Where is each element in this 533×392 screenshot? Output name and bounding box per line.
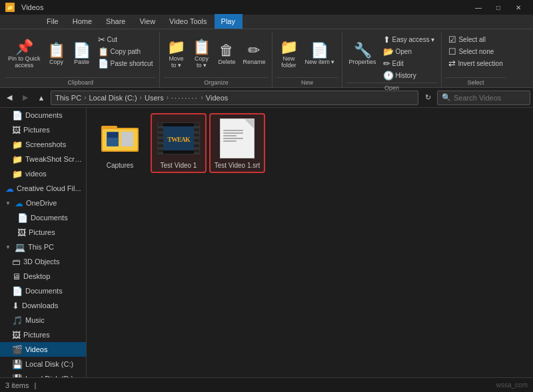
tab-view[interactable]: View [133,14,163,29]
refresh-button[interactable]: ↻ [421,91,434,104]
sidebar-item-tweakshot[interactable]: 📁 TweakShot Scree... [0,152,86,166]
sidebar-item-this-pc[interactable]: ▼ 💻 This PC [0,240,86,254]
sidebar-item-screenshots[interactable]: 📁 Screenshots [0,137,86,152]
ribbon-body: 📌 Pin to Quickaccess 📋 Copy 📄 Paste ✂ Cu… [0,29,533,88]
sidebar-item-pictures2[interactable]: 🖼 Pictures [0,327,86,342]
tab-video-tools[interactable]: Video Tools [163,14,214,29]
search-box[interactable]: 🔍 [437,91,530,105]
file-item-captures[interactable]: Captures [93,114,147,172]
path-this-pc[interactable]: This PC [55,94,81,102]
select-none-button[interactable]: ☐ Select none [446,45,505,57]
maximize-button[interactable]: □ [489,0,508,15]
path-videos[interactable]: Videos [206,94,228,102]
copy-to-label: Copyto ▾ [195,55,209,69]
paste-shortcut-icon: 📄 [98,59,109,68]
sidebar-item-documents[interactable]: 📄 Documents [0,108,86,122]
edit-button[interactable]: ✏ Edit [380,57,438,69]
title-icon-1: 📁 [5,3,15,12]
path-username[interactable]: ········ [171,94,198,102]
copy-path-button[interactable]: 📋 Copy path [95,45,156,57]
address-path[interactable]: This PC › Local Disk (C:) › Users › ····… [51,91,418,105]
file-item-test-video-1[interactable]: TWEAK Test Video 1 [152,114,205,172]
select-all-button[interactable]: ☑ Select all [446,33,505,45]
sidebar-item-od-documents[interactable]: 📄 Documents [0,210,86,225]
new-folder-button[interactable]: 📁 Newfolder [276,33,300,75]
path-local-disk[interactable]: Local Disk (C:) [89,94,137,102]
paste-shortcut-button[interactable]: 📄 Paste shortcut [95,57,156,69]
copy-large-button[interactable]: 📋 Copy [45,33,69,75]
select-all-icon: ☑ [448,35,456,44]
sidebar-pictures2-label: Pictures [23,331,50,339]
new-item-button[interactable]: 📄 New item ▾ [302,33,337,75]
history-icon: 🕐 [383,71,394,80]
sidebar-item-videos-sub[interactable]: 📁 videos [0,166,86,181]
sidebar: 📄 Documents 🖼 Pictures 📁 Screenshots 📁 T… [0,108,87,377]
cut-button[interactable]: ✂ Cut [95,33,156,45]
captures-label: Captures [107,162,134,169]
srt-line-5 [223,140,237,142]
sidebar-item-od-pictures[interactable]: 🖼 Pictures [0,225,86,240]
tab-share[interactable]: Share [99,14,133,29]
srt-line-3 [223,135,237,136]
open-button[interactable]: 📂 Open [380,45,438,57]
od-pictures-icon: 🖼 [17,228,26,238]
local-d-icon: 💾 [12,374,23,378]
svg-rect-4 [107,132,118,138]
srt-line-1 [223,130,243,131]
forward-button[interactable]: ▶ [19,91,32,104]
tab-home[interactable]: Home [66,14,99,29]
search-input[interactable] [454,94,533,102]
open-label: Open [396,48,412,55]
sidebar-item-creative-cloud[interactable]: ☁ Creative Cloud Fil... [0,181,86,196]
path-users[interactable]: Users [145,94,164,102]
sidebar-item-music[interactable]: 🎵 Music [0,313,86,327]
close-button[interactable]: ✕ [509,0,528,15]
rename-button[interactable]: ✏ Rename [240,33,268,75]
move-to-icon: 📁 [167,40,185,55]
3d-objects-icon: 🗃 [12,257,21,267]
sidebar-item-downloads[interactable]: ⬇ Downloads [0,298,86,313]
cut-label: Cut [107,36,118,43]
file-item-test-video-1-srt[interactable]: Test Video 1.srt [211,114,264,172]
history-button[interactable]: 🕐 History [380,69,438,81]
invert-selection-button[interactable]: ⇄ Invert selection [446,57,505,69]
sidebar-item-onedrive[interactable]: ▼ ☁ OneDrive [0,196,86,210]
sidebar-item-desktop[interactable]: 🖥 Desktop [0,269,86,284]
delete-button[interactable]: 🗑 Delete [215,33,239,75]
title-bar-icons: 📁 [5,3,15,12]
back-button[interactable]: ◀ [3,91,16,104]
new-item-icon: 📄 [310,43,328,58]
minimize-button[interactable]: — [469,0,488,15]
sidebar-local-c-label: Local Disk (C:) [25,360,73,368]
sidebar-item-3d-objects[interactable]: 🗃 3D Objects [0,254,86,269]
sidebar-documents2-label: Documents [25,287,63,295]
pin-button[interactable]: 📌 Pin to Quickaccess [5,33,43,75]
status-bar: 3 items | wssa_com [0,377,533,392]
od-documents-icon: 📄 [17,213,28,223]
rename-icon: ✏ [248,43,260,58]
film-strip-right [194,123,199,154]
sidebar-item-local-d[interactable]: 💾 Local Disk (D:) [0,371,86,377]
up-button[interactable]: ▲ [35,91,48,104]
easy-access-button[interactable]: ⬆ Easy access ▾ [380,33,438,45]
edit-icon: ✏ [383,59,390,68]
sidebar-item-local-c[interactable]: 💾 Local Disk (C:) [0,357,86,371]
sidebar-item-pictures[interactable]: 🖼 Pictures [0,122,86,137]
documents2-icon: 📄 [12,286,23,296]
thumb-content: TWEAK [163,126,195,150]
tab-play[interactable]: Play [215,14,243,29]
move-to-button[interactable]: 📁 Moveto ▾ [164,33,188,75]
clipboard-label: Clipboard [5,77,155,87]
organize-items: 📁 Moveto ▾ 📋 Copyto ▾ 🗑 Delete ✏ Rename [164,32,268,76]
title-bar: 📁 Videos — □ ✕ [0,0,533,15]
sidebar-item-videos-main[interactable]: 🎬 Videos [0,342,86,357]
open-stack: ⬆ Easy access ▾ 📂 Open ✏ Edit 🕐 History [380,33,438,81]
tab-file[interactable]: File [40,14,66,29]
properties-button[interactable]: 🔧 Properties [346,33,379,75]
paste-large-button[interactable]: 📄 Paste [70,33,94,75]
sidebar-local-d-label: Local Disk (D:) [25,375,73,377]
sidebar-item-documents2[interactable]: 📄 Documents [0,284,86,298]
copy-large-label: Copy [49,59,63,65]
copy-to-button[interactable]: 📋 Copyto ▾ [189,33,213,75]
search-icon: 🔍 [442,93,451,102]
